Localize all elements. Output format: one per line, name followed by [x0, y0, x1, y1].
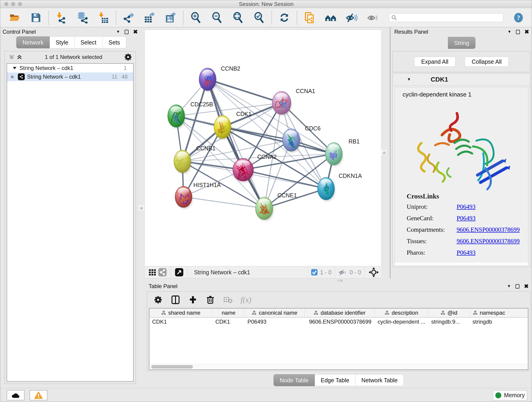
search-input[interactable]: [399, 15, 501, 21]
cloud-button[interactable]: [7, 390, 25, 400]
network-edge[interactable]: [208, 79, 282, 103]
network-node-cdkn1a[interactable]: [317, 177, 335, 201]
show-all-button[interactable]: [367, 12, 379, 24]
close-panel-icon[interactable]: ✖: [133, 29, 138, 35]
float-panel-icon[interactable]: [516, 30, 520, 34]
table-horizontal-scrollbar[interactable]: [149, 364, 528, 370]
birdseye-navigator-icon[interactable]: [368, 267, 380, 278]
network-canvas[interactable]: CCNB2CCNA1CDC25BCDK1CDC6RB1CCNB1CCNA2CDK…: [145, 30, 381, 266]
collapse-tree-icon[interactable]: [16, 53, 23, 61]
network-edge[interactable]: [208, 79, 264, 208]
zoom-selected-button[interactable]: [253, 12, 265, 24]
function-builder-icon[interactable]: f(x): [241, 295, 251, 304]
network-node-ccnb1[interactable]: [174, 150, 191, 174]
column-header[interactable]: canonical name: [245, 308, 305, 317]
right-splitter-handle[interactable]: [381, 150, 386, 155]
horizontal-splitter[interactable]: [145, 279, 532, 283]
import-network-database-button[interactable]: [76, 12, 88, 24]
network-node-hist1h1a[interactable]: [175, 186, 192, 209]
right-splitter[interactable]: [381, 27, 391, 279]
table-options-gear-icon[interactable]: [153, 295, 163, 304]
scrollbar-thumb[interactable]: [151, 365, 193, 369]
grid-view-icon[interactable]: [147, 267, 157, 277]
network-node-rb1[interactable]: [325, 143, 343, 166]
memory-button[interactable]: Memory: [493, 390, 527, 400]
delete-column-icon[interactable]: [206, 295, 215, 304]
network-options-gear-icon[interactable]: [124, 53, 133, 61]
expand-all-button[interactable]: Expand All: [414, 57, 456, 67]
column-header[interactable]: database identifier: [305, 308, 375, 317]
cell-id[interactable]: stringdb:9...: [428, 318, 470, 326]
network-row-selected[interactable]: String Network – cdk1 11 48: [7, 72, 133, 81]
save-session-button[interactable]: [30, 12, 42, 24]
float-panel-icon[interactable]: [125, 30, 128, 34]
tab-sets[interactable]: Sets: [103, 36, 126, 48]
network-node-ccne1[interactable]: [255, 197, 273, 221]
first-neighbors-button[interactable]: [325, 12, 336, 24]
close-panel-icon[interactable]: ✖: [524, 283, 529, 289]
close-panel-icon[interactable]: ✖: [525, 29, 529, 35]
network-node-ccnb2[interactable]: [199, 68, 216, 92]
cell-name[interactable]: CDK1: [213, 318, 245, 326]
uniprot-link[interactable]: P06493: [457, 203, 476, 211]
import-table-button[interactable]: [97, 12, 109, 24]
network-view-share-icon[interactable]: [157, 267, 167, 277]
float-panel-icon[interactable]: [515, 284, 519, 288]
cell-database-identifier[interactable]: 9606.ENSP00000378699: [305, 318, 375, 326]
tab-select[interactable]: Select: [75, 36, 102, 48]
zoom-out-button[interactable]: [211, 12, 223, 24]
panel-menu-icon[interactable]: ▼: [116, 30, 120, 34]
section-expander-icon[interactable]: ▼: [407, 77, 411, 82]
column-header[interactable]: name: [213, 308, 245, 317]
pharos-link[interactable]: P06493: [457, 249, 476, 256]
hide-selected-button[interactable]: [346, 12, 358, 24]
panel-menu-icon[interactable]: ▼: [507, 284, 511, 288]
selected-checkbox-icon[interactable]: [311, 269, 318, 276]
tab-network[interactable]: Network: [16, 36, 50, 48]
zoom-fit-button[interactable]: [232, 12, 244, 24]
open-session-button[interactable]: [9, 12, 21, 24]
network-node-cdc6[interactable]: [283, 129, 300, 153]
column-header[interactable]: @id: [428, 308, 470, 317]
tab-network-table[interactable]: Network Table: [355, 374, 404, 386]
detach-view-icon[interactable]: [174, 267, 184, 277]
left-splitter[interactable]: [138, 27, 145, 388]
results-scrollbar[interactable]: [395, 262, 528, 266]
collapse-all-button[interactable]: Collapse All: [465, 57, 509, 67]
help-button[interactable]: ?: [513, 12, 525, 24]
zoom-in-button[interactable]: [190, 12, 202, 24]
add-column-icon[interactable]: [188, 295, 197, 304]
export-table-button[interactable]: [144, 12, 156, 24]
network-node-cdc25b[interactable]: [168, 105, 185, 128]
expand-tree-icon[interactable]: [8, 53, 16, 61]
column-header[interactable]: shared name: [149, 308, 213, 317]
network-node-ccna1[interactable]: [272, 91, 291, 115]
delete-table-icon[interactable]: [223, 295, 232, 304]
export-image-button[interactable]: [165, 12, 177, 24]
cell-description[interactable]: cyclin-dependent ...: [375, 318, 428, 326]
export-network-button[interactable]: [123, 12, 134, 24]
genecard-link[interactable]: P06493: [457, 215, 476, 222]
column-header[interactable]: namespac: [470, 308, 528, 317]
tab-edge-table[interactable]: Edge Table: [315, 374, 355, 386]
left-splitter-handle[interactable]: [138, 205, 144, 211]
horizontal-splitter-handle[interactable]: [337, 279, 342, 282]
tab-node-table[interactable]: Node Table: [273, 374, 315, 386]
clone-network-button[interactable]: [304, 12, 316, 24]
cell-canonical-name[interactable]: P06493: [245, 318, 305, 326]
table-row[interactable]: CDK1 CDK1 P06493 9606.ENSP00000378699 cy…: [149, 318, 528, 326]
tissues-link[interactable]: 9606.ENSP00000378699: [457, 238, 520, 245]
tree-expander-icon[interactable]: [13, 66, 17, 70]
panel-menu-icon[interactable]: ▼: [507, 30, 511, 34]
network-collection-row[interactable]: String Network – cdk1 1: [7, 64, 133, 72]
tab-style[interactable]: Style: [50, 36, 75, 48]
show-columns-icon[interactable]: [171, 295, 180, 304]
tab-string[interactable]: String: [448, 37, 475, 49]
warnings-button[interactable]: [30, 390, 47, 400]
network-edge[interactable]: [184, 197, 264, 208]
compartments-link[interactable]: 9606.ENSP00000378699: [457, 226, 520, 233]
network-node-cdk1[interactable]: [214, 115, 231, 140]
cell-shared-name[interactable]: CDK1: [149, 318, 213, 326]
network-edge[interactable]: [264, 189, 326, 208]
network-edge[interactable]: [243, 170, 326, 189]
